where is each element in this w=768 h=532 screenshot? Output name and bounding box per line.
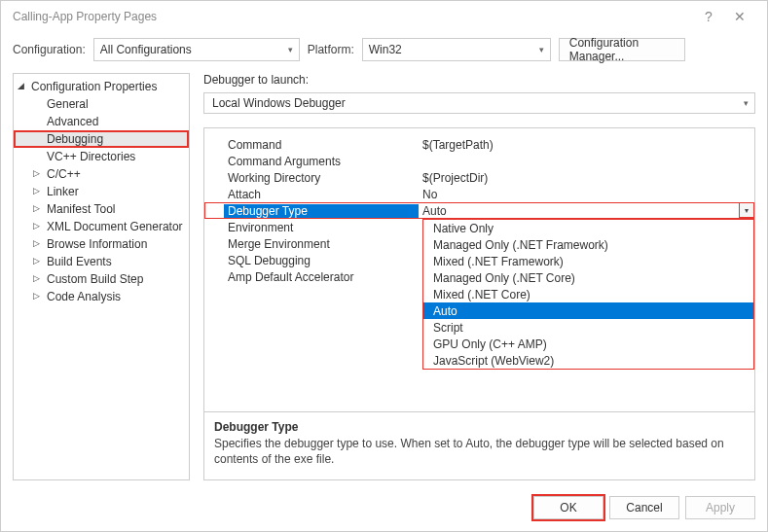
apply-button[interactable]: Apply (685, 496, 755, 519)
property-label: Debugger Type (224, 204, 419, 218)
expander-closed-icon: ▷ (33, 186, 40, 195)
property-label: Merge Environment (228, 237, 422, 251)
property-row-attach[interactable]: AttachNo (204, 186, 754, 202)
tree-item-label: Advanced (47, 115, 98, 128)
property-value: $(TargetPath) (422, 138, 754, 152)
tree-item-vc-directories[interactable]: VC++ Directories (14, 148, 189, 165)
tree-item-label: C/C++ (47, 167, 81, 181)
ok-button[interactable]: OK (533, 496, 603, 519)
tree-item-label: General (47, 97, 89, 111)
property-label: Attach (228, 188, 422, 201)
tree-item-label: Code Analysis (47, 290, 121, 303)
property-row-command[interactable]: Command$(TargetPath) (204, 136, 754, 153)
property-value: Auto (422, 204, 447, 218)
footer: OK Cancel Apply (1, 488, 767, 531)
configuration-label: Configuration: (13, 43, 86, 56)
debugger-launch-value: Local Windows Debugger (212, 96, 346, 110)
content-panel: Debugger to launch: Local Windows Debugg… (203, 73, 755, 480)
property-label: SQL Debugging (228, 254, 422, 267)
property-label: Command Arguments (228, 155, 422, 168)
property-row-working-directory[interactable]: Working Directory$(ProjectDir) (204, 169, 754, 186)
chevron-down-icon[interactable]: ▾ (739, 202, 754, 218)
tree-item-label: Linker (47, 185, 79, 198)
tree-item-xml-document-generator[interactable]: ▷XML Document Generator (14, 218, 189, 235)
tree-item-build-events[interactable]: ▷Build Events (14, 253, 189, 270)
expander-open-icon: ◢ (18, 81, 24, 90)
tree-item-linker[interactable]: ▷Linker (14, 183, 189, 200)
property-label: Amp Default Accelerator (228, 270, 422, 284)
tree-root-label: Configuration Properties (31, 80, 157, 93)
window-title: Calling-App Property Pages (13, 10, 157, 23)
property-tree: ◢ Configuration Properties GeneralAdvanc… (13, 73, 190, 480)
dropdown-option[interactable]: Managed Only (.NET Core) (423, 269, 753, 286)
dropdown-option[interactable]: Auto (423, 302, 753, 319)
property-value: No (422, 188, 754, 201)
chevron-down-icon: ▾ (744, 98, 749, 108)
debugger-launch-label: Debugger to launch: (203, 73, 755, 87)
tree-item-c-c-[interactable]: ▷C/C++ (14, 165, 189, 183)
configuration-value: All Configurations (100, 43, 192, 56)
tree-item-advanced[interactable]: Advanced (14, 113, 189, 130)
expander-closed-icon: ▷ (33, 221, 40, 231)
tree-item-label: VC++ Directories (47, 150, 135, 163)
property-label: Environment (228, 221, 422, 234)
property-value: $(ProjectDir) (422, 171, 754, 185)
config-row: Configuration: All Configurations ▾ Plat… (1, 32, 767, 73)
property-value-combo[interactable]: Auto▾ (419, 202, 754, 219)
tree-item-browse-information[interactable]: ▷Browse Information (14, 235, 189, 253)
expander-closed-icon: ▷ (33, 256, 40, 266)
description-box: Debugger Type Specifies the debugger typ… (204, 411, 754, 479)
configuration-combo[interactable]: All Configurations ▾ (93, 38, 300, 61)
tree-item-custom-build-step[interactable]: ▷Custom Build Step (14, 270, 189, 288)
dropdown-option[interactable]: GPU Only (C++ AMP) (423, 336, 753, 352)
expander-closed-icon: ▷ (33, 203, 40, 213)
dropdown-option[interactable]: Script (423, 319, 753, 336)
platform-label: Platform: (308, 43, 354, 56)
cancel-button[interactable]: Cancel (609, 496, 679, 519)
property-row-command-arguments[interactable]: Command Arguments (204, 153, 754, 169)
tree-item-label: XML Document Generator (47, 220, 183, 233)
description-text: Specifies the debugger type to use. When… (214, 436, 745, 467)
property-label: Command (228, 138, 422, 152)
tree-item-manifest-tool[interactable]: ▷Manifest Tool (14, 200, 189, 218)
dropdown-option[interactable]: Mixed (.NET Framework) (423, 253, 753, 269)
description-title: Debugger Type (214, 420, 745, 434)
expander-closed-icon: ▷ (33, 238, 40, 248)
tree-item-debugging[interactable]: Debugging (14, 130, 189, 148)
main-area: ◢ Configuration Properties GeneralAdvanc… (1, 73, 767, 488)
chevron-down-icon: ▾ (539, 45, 544, 54)
configuration-manager-button[interactable]: Configuration Manager... (559, 38, 685, 61)
expander-closed-icon: ▷ (33, 273, 40, 283)
expander-closed-icon: ▷ (33, 291, 40, 301)
chevron-down-icon: ▾ (288, 45, 293, 54)
property-grid: Command$(TargetPath)Command ArgumentsWor… (203, 127, 755, 480)
dropdown-option[interactable]: Mixed (.NET Core) (423, 286, 753, 302)
dropdown-option[interactable]: JavaScript (WebView2) (423, 352, 753, 369)
tree-item-label: Build Events (47, 255, 112, 268)
platform-value: Win32 (369, 43, 402, 56)
dropdown-option[interactable]: Managed Only (.NET Framework) (423, 236, 753, 253)
debugger-type-dropdown[interactable]: Native OnlyManaged Only (.NET Framework)… (422, 219, 754, 370)
tree-item-label: Browse Information (47, 237, 147, 251)
tree-item-label: Custom Build Step (47, 272, 143, 286)
titlebar: Calling-App Property Pages ? ✕ (1, 1, 767, 32)
tree-item-general[interactable]: General (14, 95, 189, 113)
tree-item-code-analysis[interactable]: ▷Code Analysis (14, 288, 189, 305)
tree-item-label: Manifest Tool (47, 202, 115, 216)
property-row-debugger-type[interactable]: Debugger TypeAuto▾ (204, 202, 754, 219)
expander-closed-icon: ▷ (33, 168, 40, 178)
platform-combo[interactable]: Win32 ▾ (362, 38, 551, 61)
help-icon[interactable]: ? (693, 9, 724, 24)
tree-item-label: Debugging (47, 132, 103, 146)
property-label: Working Directory (228, 171, 422, 185)
dropdown-option[interactable]: Native Only (423, 220, 753, 236)
close-icon[interactable]: ✕ (724, 9, 755, 24)
debugger-launch-combo[interactable]: Local Windows Debugger ▾ (203, 92, 755, 114)
tree-root-row[interactable]: ◢ Configuration Properties (14, 78, 189, 95)
property-pages-window: Calling-App Property Pages ? ✕ Configura… (0, 0, 768, 532)
